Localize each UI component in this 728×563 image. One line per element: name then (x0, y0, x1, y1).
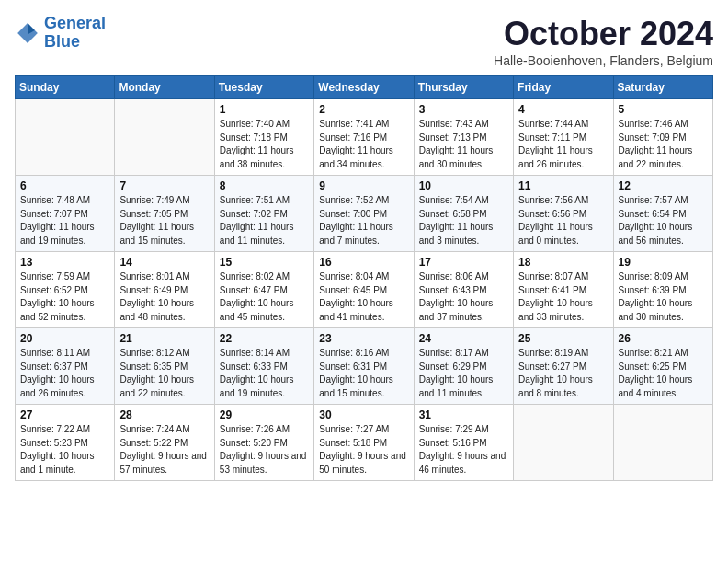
day-info: Sunrise: 8:21 AMSunset: 6:25 PMDaylight:… (619, 347, 708, 400)
calendar-cell: 23Sunrise: 8:16 AMSunset: 6:31 PMDayligh… (314, 328, 414, 405)
calendar-cell: 22Sunrise: 8:14 AMSunset: 6:33 PMDayligh… (214, 328, 313, 405)
calendar-cell: 6Sunrise: 7:48 AMSunset: 7:07 PMDaylight… (16, 176, 115, 252)
calendar-cell: 28Sunrise: 7:24 AMSunset: 5:22 PMDayligh… (115, 405, 214, 481)
day-number: 18 (518, 256, 608, 269)
day-info: Sunrise: 7:49 AMSunset: 7:05 PMDaylight:… (119, 194, 209, 247)
day-info: Sunrise: 7:27 AMSunset: 5:18 PMDaylight:… (319, 423, 408, 477)
day-info: Sunrise: 7:51 AMSunset: 7:02 PMDaylight:… (220, 194, 309, 247)
calendar-body: 1Sunrise: 7:40 AMSunset: 7:18 PMDaylight… (16, 99, 713, 481)
day-info: Sunrise: 7:29 AMSunset: 5:16 PMDaylight:… (419, 423, 508, 477)
day-number: 14 (119, 256, 209, 269)
calendar-cell: 4Sunrise: 7:44 AMSunset: 7:11 PMDaylight… (514, 99, 613, 176)
day-info: Sunrise: 8:17 AMSunset: 6:29 PMDaylight:… (419, 347, 508, 400)
day-info: Sunrise: 8:02 AMSunset: 6:47 PMDaylight:… (220, 270, 309, 324)
day-number: 17 (419, 256, 508, 269)
calendar-cell: 9Sunrise: 7:52 AMSunset: 7:00 PMDaylight… (314, 176, 414, 252)
day-info: Sunrise: 8:19 AMSunset: 6:27 PMDaylight:… (518, 347, 608, 400)
day-info: Sunrise: 8:16 AMSunset: 6:31 PMDaylight:… (319, 347, 408, 400)
calendar-week-row: 13Sunrise: 7:59 AMSunset: 6:52 PMDayligh… (16, 252, 713, 328)
page-header: General Blue October 2024 Halle-Booienho… (15, 15, 713, 68)
day-info: Sunrise: 7:54 AMSunset: 6:58 PMDaylight:… (419, 194, 508, 247)
calendar-cell: 13Sunrise: 7:59 AMSunset: 6:52 PMDayligh… (16, 252, 115, 328)
calendar-cell (16, 99, 115, 176)
day-info: Sunrise: 8:04 AMSunset: 6:45 PMDaylight:… (319, 270, 408, 324)
day-info: Sunrise: 7:40 AMSunset: 7:18 PMDaylight:… (220, 118, 309, 171)
calendar-cell: 11Sunrise: 7:56 AMSunset: 6:56 PMDayligh… (514, 176, 613, 252)
day-number: 21 (119, 332, 209, 345)
day-info: Sunrise: 7:52 AMSunset: 7:00 PMDaylight:… (319, 194, 408, 247)
calendar-cell: 19Sunrise: 8:09 AMSunset: 6:39 PMDayligh… (613, 252, 712, 328)
calendar-week-row: 1Sunrise: 7:40 AMSunset: 7:18 PMDaylight… (16, 99, 713, 176)
day-info: Sunrise: 7:24 AMSunset: 5:22 PMDaylight:… (119, 423, 209, 477)
day-number: 29 (220, 408, 309, 421)
month-title: October 2024 (494, 15, 713, 53)
day-number: 20 (20, 332, 109, 345)
calendar-cell: 10Sunrise: 7:54 AMSunset: 6:58 PMDayligh… (414, 176, 513, 252)
day-number: 3 (419, 103, 508, 116)
calendar-cell (115, 99, 214, 176)
calendar-cell: 7Sunrise: 7:49 AMSunset: 7:05 PMDaylight… (115, 176, 214, 252)
calendar-table: SundayMondayTuesdayWednesdayThursdayFrid… (15, 75, 713, 481)
weekday-header-cell: Thursday (414, 76, 513, 99)
day-info: Sunrise: 7:59 AMSunset: 6:52 PMDaylight:… (20, 270, 109, 324)
day-number: 31 (419, 408, 508, 421)
calendar-cell: 30Sunrise: 7:27 AMSunset: 5:18 PMDayligh… (314, 405, 414, 481)
weekday-header-cell: Saturday (613, 76, 712, 99)
day-number: 30 (319, 408, 408, 421)
day-number: 16 (319, 256, 408, 269)
day-info: Sunrise: 8:01 AMSunset: 6:49 PMDaylight:… (119, 270, 209, 324)
calendar-cell: 14Sunrise: 8:01 AMSunset: 6:49 PMDayligh… (115, 252, 214, 328)
day-number: 23 (319, 332, 408, 345)
calendar-cell: 5Sunrise: 7:46 AMSunset: 7:09 PMDaylight… (613, 99, 712, 176)
day-number: 12 (619, 179, 708, 192)
logo-icon (15, 20, 40, 46)
day-number: 2 (319, 103, 408, 116)
day-info: Sunrise: 7:56 AMSunset: 6:56 PMDaylight:… (518, 194, 608, 247)
day-number: 28 (119, 408, 209, 421)
day-info: Sunrise: 8:07 AMSunset: 6:41 PMDaylight:… (518, 270, 608, 324)
weekday-header-cell: Tuesday (214, 76, 313, 99)
calendar-cell: 8Sunrise: 7:51 AMSunset: 7:02 PMDaylight… (214, 176, 313, 252)
day-info: Sunrise: 7:22 AMSunset: 5:23 PMDaylight:… (20, 423, 109, 477)
day-info: Sunrise: 8:06 AMSunset: 6:43 PMDaylight:… (419, 270, 508, 324)
logo-text: General Blue (44, 15, 106, 52)
calendar-cell: 31Sunrise: 7:29 AMSunset: 5:16 PMDayligh… (414, 405, 513, 481)
day-number: 15 (220, 256, 309, 269)
day-info: Sunrise: 7:46 AMSunset: 7:09 PMDaylight:… (619, 118, 708, 171)
day-info: Sunrise: 7:43 AMSunset: 7:13 PMDaylight:… (419, 118, 508, 171)
day-info: Sunrise: 8:11 AMSunset: 6:37 PMDaylight:… (20, 347, 109, 400)
day-number: 7 (119, 179, 209, 192)
calendar-cell: 3Sunrise: 7:43 AMSunset: 7:13 PMDaylight… (414, 99, 513, 176)
day-number: 8 (220, 179, 309, 192)
calendar-cell: 1Sunrise: 7:40 AMSunset: 7:18 PMDaylight… (214, 99, 313, 176)
day-number: 11 (518, 179, 608, 192)
weekday-header-cell: Friday (514, 76, 613, 99)
calendar-cell: 18Sunrise: 8:07 AMSunset: 6:41 PMDayligh… (514, 252, 613, 328)
calendar-week-row: 6Sunrise: 7:48 AMSunset: 7:07 PMDaylight… (16, 176, 713, 252)
weekday-header-cell: Monday (115, 76, 214, 99)
calendar-cell: 17Sunrise: 8:06 AMSunset: 6:43 PMDayligh… (414, 252, 513, 328)
calendar-cell: 26Sunrise: 8:21 AMSunset: 6:25 PMDayligh… (613, 328, 712, 405)
calendar-cell: 15Sunrise: 8:02 AMSunset: 6:47 PMDayligh… (214, 252, 313, 328)
day-number: 13 (20, 256, 109, 269)
day-info: Sunrise: 7:41 AMSunset: 7:16 PMDaylight:… (319, 118, 408, 171)
calendar-cell: 20Sunrise: 8:11 AMSunset: 6:37 PMDayligh… (16, 328, 115, 405)
day-info: Sunrise: 7:44 AMSunset: 7:11 PMDaylight:… (518, 118, 608, 171)
day-number: 19 (619, 256, 708, 269)
day-number: 24 (419, 332, 508, 345)
day-number: 27 (20, 408, 109, 421)
calendar-week-row: 27Sunrise: 7:22 AMSunset: 5:23 PMDayligh… (16, 405, 713, 481)
calendar-cell: 24Sunrise: 8:17 AMSunset: 6:29 PMDayligh… (414, 328, 513, 405)
calendar-cell: 16Sunrise: 8:04 AMSunset: 6:45 PMDayligh… (314, 252, 414, 328)
calendar-cell: 21Sunrise: 8:12 AMSunset: 6:35 PMDayligh… (115, 328, 214, 405)
calendar-cell: 12Sunrise: 7:57 AMSunset: 6:54 PMDayligh… (613, 176, 712, 252)
calendar-cell: 25Sunrise: 8:19 AMSunset: 6:27 PMDayligh… (514, 328, 613, 405)
calendar-cell (613, 405, 712, 481)
day-number: 9 (319, 179, 408, 192)
calendar-cell: 27Sunrise: 7:22 AMSunset: 5:23 PMDayligh… (16, 405, 115, 481)
day-number: 26 (619, 332, 708, 345)
day-info: Sunrise: 8:09 AMSunset: 6:39 PMDaylight:… (619, 270, 708, 324)
day-info: Sunrise: 7:26 AMSunset: 5:20 PMDaylight:… (220, 423, 309, 477)
calendar-cell (514, 405, 613, 481)
calendar-week-row: 20Sunrise: 8:11 AMSunset: 6:37 PMDayligh… (16, 328, 713, 405)
